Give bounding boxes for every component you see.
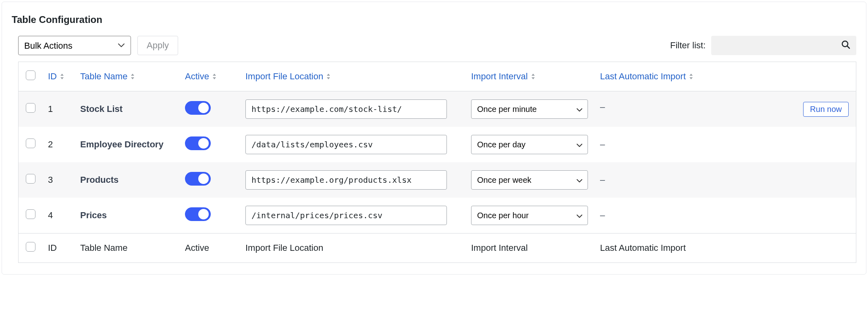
svg-line-1 — [847, 46, 850, 49]
panel-title: Table Configuration — [12, 14, 856, 25]
column-id-label: ID — [48, 71, 57, 82]
sort-icon — [531, 74, 535, 79]
toolbar: Bulk Actions Apply Filter list: — [18, 36, 856, 55]
select-all-checkbox-footer[interactable] — [26, 242, 35, 252]
table-row: 1 Stock List Once per minute – Run now — [19, 91, 856, 127]
filter-list-label: Filter list: — [670, 40, 706, 51]
import-file-location-input[interactable] — [245, 99, 447, 119]
last-automatic-import-value: – — [600, 175, 605, 185]
select-all-checkbox[interactable] — [26, 70, 35, 80]
active-toggle[interactable] — [185, 207, 211, 221]
footer-location-label: Import File Location — [240, 234, 465, 263]
sort-icon — [131, 74, 135, 79]
import-interval-select[interactable]: Once per day — [471, 135, 588, 154]
toggle-knob — [198, 103, 209, 113]
column-location-label: Import File Location — [245, 71, 323, 82]
sort-location[interactable]: Import File Location — [245, 71, 330, 82]
import-file-location-input[interactable] — [245, 170, 447, 190]
interval-wrap: Once per minute — [471, 99, 588, 119]
column-last-label: Last Automatic Import — [600, 71, 686, 82]
table-configuration-panel: Table Configuration Bulk Actions Apply F… — [2, 2, 866, 275]
row-id: 2 — [42, 127, 75, 162]
column-active-label: Active — [185, 71, 209, 82]
apply-button[interactable]: Apply — [137, 36, 178, 55]
interval-wrap: Once per day — [471, 135, 588, 154]
last-automatic-import-value: – — [600, 102, 605, 112]
active-toggle[interactable] — [185, 136, 211, 150]
row-table-name: Stock List — [75, 91, 179, 127]
sort-id[interactable]: ID — [48, 71, 64, 82]
row-table-name: Products — [75, 162, 179, 198]
import-interval-select[interactable]: Once per minute — [471, 99, 588, 119]
search-icon — [841, 40, 851, 51]
active-toggle[interactable] — [185, 172, 211, 186]
footer-interval-label: Import Interval — [465, 234, 594, 263]
row-checkbox[interactable] — [26, 209, 35, 219]
sort-table-name[interactable]: Table Name — [80, 71, 135, 82]
last-automatic-import-value: – — [600, 210, 605, 220]
footer-id-label: ID — [42, 234, 75, 263]
bulk-actions-select[interactable]: Bulk Actions — [18, 36, 131, 55]
import-interval-select[interactable]: Once per week — [471, 170, 588, 190]
sort-icon — [689, 74, 693, 79]
toggle-knob — [198, 138, 209, 149]
sort-icon — [212, 74, 216, 79]
row-id: 1 — [42, 91, 75, 127]
import-file-location-input[interactable] — [245, 206, 447, 225]
table-row: 4 Prices Once per hour – — [19, 198, 856, 234]
sort-interval[interactable]: Import Interval — [471, 71, 535, 82]
filter-input[interactable] — [711, 36, 856, 55]
sort-last-import[interactable]: Last Automatic Import — [600, 71, 693, 82]
last-automatic-import-value: – — [600, 139, 605, 149]
interval-wrap: Once per week — [471, 170, 588, 190]
filter-wrap — [711, 36, 856, 55]
config-table: ID Table Name Active Import File Locatio… — [18, 62, 856, 263]
row-checkbox[interactable] — [26, 138, 35, 148]
column-name-label: Table Name — [80, 71, 127, 82]
import-interval-select[interactable]: Once per hour — [471, 206, 588, 225]
table-row: 2 Employee Directory Once per day – — [19, 127, 856, 162]
row-table-name: Employee Directory — [75, 127, 179, 162]
sort-icon — [60, 74, 64, 79]
footer-name-label: Table Name — [75, 234, 179, 263]
toggle-knob — [198, 209, 209, 219]
footer-last-label: Last Automatic Import — [594, 234, 856, 263]
sort-icon — [326, 74, 330, 79]
run-now-button[interactable]: Run now — [803, 102, 849, 117]
row-id: 4 — [42, 198, 75, 234]
interval-wrap: Once per hour — [471, 206, 588, 225]
footer-active-label: Active — [179, 234, 240, 263]
import-file-location-input[interactable] — [245, 135, 447, 154]
row-checkbox[interactable] — [26, 174, 35, 184]
row-id: 3 — [42, 162, 75, 198]
table-row: 3 Products Once per week – — [19, 162, 856, 198]
active-toggle[interactable] — [185, 101, 211, 115]
column-interval-label: Import Interval — [471, 71, 528, 82]
row-checkbox[interactable] — [26, 103, 35, 113]
bulk-actions-wrap: Bulk Actions — [18, 36, 131, 55]
toggle-knob — [198, 174, 209, 184]
row-table-name: Prices — [75, 198, 179, 234]
sort-active[interactable]: Active — [185, 71, 216, 82]
